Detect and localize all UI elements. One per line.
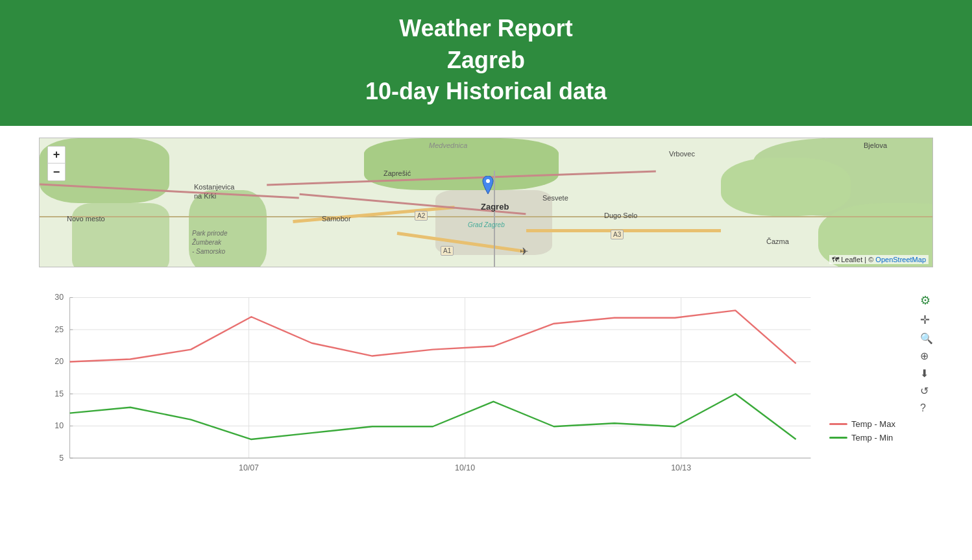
svg-point-0: [486, 179, 490, 183]
map-box-a3: A3: [611, 230, 624, 239]
chart-icon-help[interactable]: ?: [920, 402, 933, 414]
chart-icon-pan[interactable]: ✛: [920, 313, 933, 327]
chart-section: 30 25 20 15 10 5: [0, 274, 972, 488]
legend-temp-max-label: Temp - Max: [851, 419, 895, 429]
map-container[interactable]: ✈ Medvednica Vrbovec Bjelova Zaprešić Se…: [39, 138, 933, 267]
title-line3: 10-day Historical data: [365, 78, 607, 104]
map-label-samobor: Samobor: [322, 215, 351, 223]
legend-line-min: [829, 437, 847, 439]
legend-line-max: [829, 423, 847, 425]
chart-icon-zoom-rect[interactable]: 🔍: [920, 332, 933, 345]
svg-text:10/10: 10/10: [455, 463, 475, 472]
svg-text:30: 30: [55, 293, 64, 302]
map-label-grad-zagreb: Grad Zagreb: [468, 221, 505, 228]
title-line2: Zagreb: [447, 47, 525, 73]
map-label-zagreb: Zagreb: [481, 202, 509, 212]
svg-text:15: 15: [55, 389, 64, 398]
map-label-bjelova: Bjelova: [864, 141, 887, 149]
temperature-chart: 30 25 20 15 10 5: [39, 280, 829, 481]
chart-svg: 30 25 20 15 10 5: [39, 280, 829, 481]
map-label-sesvete: Sesvete: [542, 194, 568, 202]
legend-temp-min: Temp - Min: [829, 433, 893, 443]
svg-text:10/13: 10/13: [671, 463, 691, 472]
map-section: ✈ Medvednica Vrbovec Bjelova Zaprešić Se…: [0, 126, 972, 274]
chart-icon-refresh[interactable]: ↺: [920, 385, 933, 397]
report-title: Weather Report Zagreb 10-day Historical …: [0, 13, 972, 108]
svg-text:5: 5: [59, 454, 64, 463]
map-label-cazma: Čazma: [766, 237, 789, 245]
map-location-pin: [481, 176, 495, 194]
map-controls: + −: [47, 146, 66, 181]
svg-text:25: 25: [55, 325, 64, 334]
map-label-park-prirode: Park prirodeŽumberak- Samorsko: [192, 229, 227, 256]
map-label-medvednica: Medvednica: [429, 141, 467, 149]
map-box-a2: A2: [415, 211, 428, 221]
svg-text:10/07: 10/07: [239, 463, 259, 472]
openstreetmap-link[interactable]: OpenStreetMap: [875, 256, 926, 263]
map-label-kostanjevica: Kostanjevicana Krki: [194, 182, 259, 201]
header-section: Weather Report Zagreb 10-day Historical …: [0, 0, 972, 126]
temp-max-line: [70, 310, 796, 363]
legend-temp-max: Temp - Max: [829, 419, 895, 429]
map-zoom-out[interactable]: −: [48, 164, 65, 180]
map-label-dugo-selo: Dugo Selo: [604, 212, 637, 219]
svg-text:10: 10: [55, 421, 64, 430]
map-zoom-in[interactable]: +: [48, 147, 65, 164]
map-label-novo-mesto: Novo mesto: [67, 215, 105, 223]
legend-temp-min-label: Temp - Min: [851, 433, 893, 443]
chart-icon-zoom-fit[interactable]: ⊕: [920, 350, 933, 362]
chart-icon-download[interactable]: ⬇: [920, 367, 933, 380]
map-label-vrbovec: Vrbovec: [669, 150, 695, 158]
chart-icon-settings[interactable]: ⚙: [920, 293, 933, 308]
map-box-a1: A1: [441, 246, 454, 256]
svg-text:20: 20: [55, 357, 64, 366]
map-attribution: 🗺 Leaflet | © OpenStreetMap: [829, 255, 929, 264]
map-label-zapresic: Zaprešić: [383, 169, 411, 177]
temp-min-line: [70, 394, 796, 439]
title-line1: Weather Report: [399, 15, 572, 42]
